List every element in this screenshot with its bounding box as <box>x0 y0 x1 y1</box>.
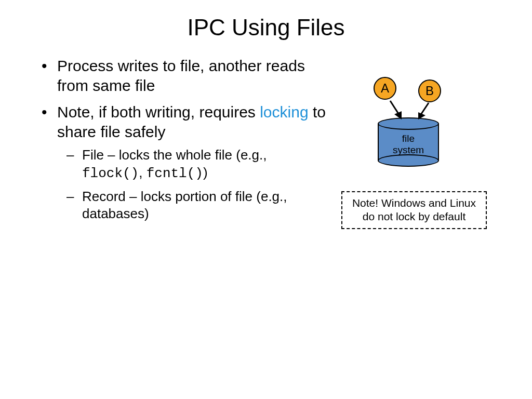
note-box: Note! Windows and Linux do not lock by d… <box>341 191 487 229</box>
subbullet-1-pre: File – locks the whole file (e.g., <box>82 147 267 163</box>
bullet-2: Note, if both writing, requires locking … <box>42 102 327 223</box>
cylinder-label-1: file <box>402 133 415 144</box>
content-area: Process writes to file, another reads fr… <box>0 56 532 230</box>
bullet-1: Process writes to file, another reads fr… <box>42 56 327 95</box>
bullet-2-highlight: locking <box>260 103 308 121</box>
subbullet-2-text: Record – locks portion of file (e.g., da… <box>82 189 287 222</box>
note-text: Note! Windows and Linux do not lock by d… <box>352 197 476 222</box>
process-b-label: B <box>425 84 434 98</box>
subbullet-1-mid: , <box>139 165 146 180</box>
subbullet-1: File – locks the whole file (e.g., flock… <box>57 147 327 183</box>
code-fcntl: fcntl() <box>147 166 203 181</box>
slide-title: IPC Using Files <box>0 0 532 56</box>
process-a-label: A <box>381 81 389 96</box>
subbullet-2: Record – locks portion of file (e.g., da… <box>57 188 327 223</box>
bullet-2-pre: Note, if both writing, requires <box>57 103 260 121</box>
bullet-column: Process writes to file, another reads fr… <box>42 56 327 230</box>
bullet-1-text: Process writes to file, another reads fr… <box>57 57 305 94</box>
arrow-a-icon <box>387 99 408 125</box>
process-b-circle: B <box>418 79 441 102</box>
filesystem-cylinder-icon: file system <box>378 117 439 167</box>
arrow-b-icon <box>412 101 433 125</box>
diagram-column: A B file system <box>327 56 501 230</box>
cylinder-label: file system <box>378 133 439 156</box>
subbullet-1-post: ) <box>203 165 208 180</box>
code-flock: flock() <box>82 166 139 181</box>
process-a-circle: A <box>374 77 396 100</box>
svg-line-2 <box>420 103 429 115</box>
cylinder-label-2: system <box>393 144 424 155</box>
ipc-diagram: A B file system <box>347 77 482 181</box>
